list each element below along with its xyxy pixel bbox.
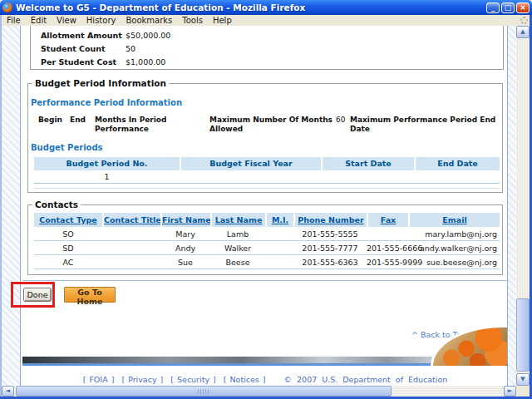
email-header[interactable]: Email: [408, 213, 500, 227]
start-date-cell: [321, 170, 414, 183]
menu-bookmarks[interactable]: Bookmarks: [121, 15, 177, 26]
last-name-cell: Beese: [210, 255, 265, 268]
begin-label: Begin: [38, 116, 62, 125]
go-to-home-button[interactable]: Go To Home: [64, 287, 116, 303]
student-count-value: 50: [126, 44, 135, 57]
bracket: ]: [160, 375, 164, 384]
vertical-scrollbar[interactable]: ▲ ▼: [516, 26, 530, 386]
contact-title-cell: [102, 227, 160, 240]
months-in-period-label: Months In Period Performance: [95, 116, 203, 134]
window-controls: _ □ ×: [486, 2, 530, 13]
phone-number-cell: 201-555-6363: [293, 255, 367, 268]
last-name-cell: Lamb: [210, 227, 265, 240]
horizontal-scroll-thumb[interactable]: [16, 386, 392, 397]
mi-cell: [265, 241, 293, 254]
menu-history[interactable]: History: [81, 15, 121, 26]
phone-number-header[interactable]: Phone Number: [293, 213, 367, 227]
menu-file[interactable]: File: [2, 15, 26, 26]
first-name-header[interactable]: First Name: [160, 213, 210, 227]
scroll-down-icon[interactable]: ▼: [516, 373, 530, 386]
mi-cell: [265, 255, 293, 268]
email-cell: mary.lamb@nj.org: [408, 227, 500, 240]
fax-cell: [367, 227, 408, 240]
scroll-up-icon[interactable]: ▲: [516, 26, 530, 38]
close-button[interactable]: ×: [516, 2, 530, 13]
foia-link[interactable]: [FOIA]: [83, 375, 115, 384]
budget-periods-table: Budget Period No. Budget Fiscal Year Sta…: [34, 157, 500, 184]
budget-table-row: 1: [34, 170, 500, 184]
allotment-amount-value: $50,000.00: [126, 31, 170, 44]
fax-cell: 201-555-9999: [367, 255, 408, 268]
fax-header[interactable]: Fax: [367, 213, 408, 227]
award-summary-box: Allotment Amount $50,000.00 Student Coun…: [30, 26, 504, 70]
page-viewport: Allotment Amount $50,000.00 Student Coun…: [2, 26, 517, 386]
window-title: Welcome to G5 - Department of Education …: [16, 2, 305, 12]
done-button[interactable]: Done: [23, 288, 52, 302]
security-label: Security: [177, 375, 209, 384]
contacts-section: Contacts Contact Type Contact Title Firs…: [27, 204, 503, 275]
menu-edit[interactable]: Edit: [26, 15, 52, 26]
end-label: End: [70, 116, 86, 125]
bracket: [: [170, 375, 174, 384]
contacts-table: Contact Type Contact Title First Name La…: [34, 213, 500, 269]
horizontal-scrollbar[interactable]: ◄ ►: [2, 386, 516, 397]
minimize-button[interactable]: _: [486, 2, 500, 13]
bracket: [: [83, 375, 86, 384]
scrollbar-corner: [516, 386, 530, 397]
menu-tools[interactable]: Tools: [177, 15, 208, 26]
copyright-text: © 2007 U.S. Department of Education: [284, 375, 448, 384]
contacts-table-header-row: Contact Type Contact Title First Name La…: [34, 213, 500, 227]
contacts-section-legend: Contacts: [32, 200, 81, 209]
contact-type-header[interactable]: Contact Type: [34, 213, 102, 227]
max-end-date-label: Maximum Performance Period End Date: [350, 116, 500, 134]
last-name-cell: Walker: [210, 241, 265, 254]
foia-label: FOIA: [89, 375, 107, 384]
budget-period-section: Budget Period Information Performance Pe…: [27, 83, 503, 193]
privacy-link[interactable]: [Privacy]: [121, 375, 163, 384]
mi-header[interactable]: M.I.: [265, 213, 293, 227]
per-student-cost-label: Per Student Cost: [41, 57, 126, 71]
bracket: ]: [263, 375, 266, 384]
first-name-cell: Andy: [160, 241, 210, 254]
first-name-cell: Mary: [160, 227, 210, 240]
phone-number-cell: 201-555-5555: [293, 227, 367, 240]
fax-cell: 201-555-6666: [367, 241, 408, 254]
vertical-scroll-thumb[interactable]: [516, 298, 530, 372]
menu-bar: File Edit View History Bookmarks Tools H…: [0, 15, 532, 26]
scroll-left-icon[interactable]: ◄: [2, 386, 14, 397]
contact-row: SD Andy Walker 201-555-7777 201-555-6666…: [34, 241, 500, 255]
security-link[interactable]: [Security]: [170, 375, 215, 384]
last-name-header[interactable]: Last Name: [210, 213, 265, 227]
content-divider: [22, 280, 508, 281]
throbber-icon: [520, 17, 528, 24]
mi-cell: [265, 227, 293, 240]
notices-link[interactable]: [Notices]: [224, 375, 266, 384]
phone-number-cell: 201-555-7777: [293, 241, 367, 254]
bracket: [: [224, 375, 227, 384]
scroll-right-icon[interactable]: ►: [504, 386, 516, 397]
contact-row: AC Sue Beese 201-555-6363 201-555-9999 s…: [34, 255, 500, 269]
allotment-amount-label: Allotment Amount: [41, 31, 126, 44]
maximize-button[interactable]: □: [501, 2, 515, 13]
menu-help[interactable]: Help: [208, 15, 237, 26]
menu-view[interactable]: View: [52, 15, 81, 26]
bracket: ]: [213, 375, 216, 384]
max-months-label: Maximum Number Of Months Allowed: [209, 116, 346, 134]
end-date-header: End Date: [414, 157, 500, 170]
email-cell: andy.walker@nj.org: [408, 241, 500, 254]
summary-row: Allotment Amount $50,000.00: [41, 31, 503, 44]
budget-periods-heading: Budget Periods: [31, 143, 103, 152]
summary-row: Per Student Cost $1,000.00: [41, 57, 503, 71]
contact-title-cell: [102, 255, 160, 268]
contact-row: SO Mary Lamb 201-555-5555 mary.lamb@nj.o…: [34, 227, 500, 241]
title-bar: Welcome to G5 - Department of Education …: [0, 0, 532, 15]
max-months-value: 60: [336, 116, 345, 124]
budget-period-no-cell: 1: [34, 170, 180, 183]
browser-window: Welcome to G5 - Department of Education …: [0, 0, 532, 399]
budget-period-no-header: Budget Period No.: [34, 157, 180, 170]
contact-title-header[interactable]: Contact Title: [102, 213, 160, 227]
footer-links: [FOIA] [Privacy] [Security] [Notices] © …: [20, 375, 508, 384]
budget-fiscal-year-header: Budget Fiscal Year: [180, 157, 321, 170]
budget-section-legend: Budget Period Information: [32, 78, 169, 88]
privacy-label: Privacy: [128, 375, 156, 384]
